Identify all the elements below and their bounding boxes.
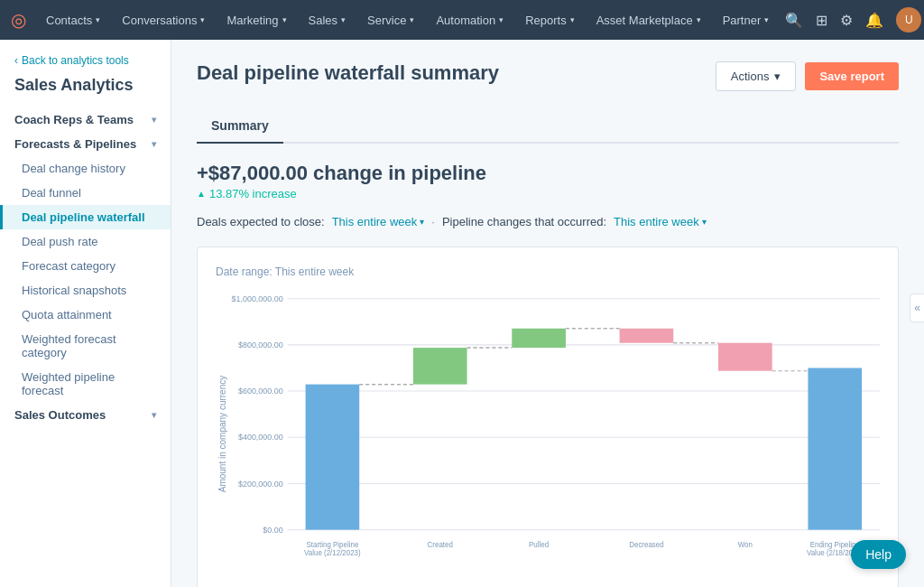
nav-conversations[interactable]: Conversations ▾ [113,0,214,40]
page-title: Deal pipeline waterfall summary [197,61,499,85]
chart-card: Date range: This entire week Amount in c… [197,247,899,587]
svg-text:Value (2/12/2023): Value (2/12/2023) [304,549,361,557]
y-axis-label: Amount in company currency [218,375,228,492]
header-actions: Actions ▾ Save report [716,61,899,91]
bar-created [413,348,467,385]
svg-text:$400,000.00: $400,000.00 [238,433,283,442]
main-content: Deal pipeline waterfall summary Actions … [171,40,924,587]
svg-text:$200,000.00: $200,000.00 [238,479,283,488]
nav-asset-marketplace[interactable]: Asset Marketplace ▾ [587,0,710,40]
actions-chevron-icon: ▾ [774,70,781,83]
filter-deals-dropdown[interactable]: This entire week ▾ [332,215,425,228]
svg-text:Won: Won [738,541,753,549]
user-avatar[interactable]: U [896,7,921,33]
increase-arrow-icon: ▲ [197,189,206,199]
filter-deals-chevron-icon: ▾ [420,217,424,227]
bar-pulled [512,329,566,348]
back-arrow-icon: ‹ [14,54,18,67]
nav-contacts[interactable]: Contacts ▾ [37,0,109,40]
top-navigation: ◎ Contacts ▾ Conversations ▾ Marketing ▾… [0,0,924,40]
sidebar: ‹ Back to analytics tools Sales Analytic… [0,40,171,587]
actions-button[interactable]: Actions ▾ [716,61,797,91]
svg-text:Pulled: Pulled [529,541,549,549]
bar-starting-pipeline [306,385,360,530]
nav-partner[interactable]: Partner ▾ [714,0,779,40]
chart-date-range: Date range: This entire week [216,266,880,278]
sidebar-item-historical-snapshots[interactable]: Historical snapshots [0,278,171,303]
tabs-bar: Summary [197,109,899,144]
sidebar-item-weighted-pipeline[interactable]: Weighted pipeline forecast [0,365,171,403]
search-icon[interactable]: 🔍 [785,12,803,29]
summary-stats: +$87,000.00 change in pipeline ▲ 13.87% … [197,162,899,200]
filter-pipeline-chevron-icon: ▾ [702,217,707,227]
save-report-button[interactable]: Save report [805,62,899,90]
svg-text:$600,000.00: $600,000.00 [238,387,283,396]
settings-icon[interactable]: ⚙ [840,12,853,29]
sidebar-item-deal-push-rate[interactable]: Deal push rate [0,229,171,254]
filter-row: Deals expected to close: This entire wee… [197,215,899,228]
nav-automation[interactable]: Automation ▾ [427,0,513,40]
bar-decreased [620,329,674,343]
nav-sales[interactable]: Sales ▾ [300,0,356,40]
sidebar-section-coach-reps[interactable]: Coach Reps & Teams ▾ [0,107,171,132]
sidebar-item-quota-attainment[interactable]: Quota attainment [0,303,171,327]
sidebar-section-forecasts[interactable]: Forecasts & Pipelines ▾ [0,132,171,156]
sidebar-collapse-button[interactable]: « [910,294,924,322]
stat-sub-value: ▲ 13.87% increase [197,187,899,200]
filter-pipeline-label: Pipeline changes that occurred: [442,215,606,228]
svg-text:Created: Created [428,541,454,549]
nav-marketing[interactable]: Marketing ▾ [217,0,295,40]
sidebar-section-sales-outcomes[interactable]: Sales Outcomes ▾ [0,403,171,427]
grid-icon[interactable]: ⊞ [816,12,827,29]
chevron-down-icon: ▾ [152,410,156,420]
page-header: Deal pipeline waterfall summary Actions … [197,61,899,91]
bar-ending-pipeline [808,368,862,529]
nav-service[interactable]: Service ▾ [358,0,423,40]
filter-separator: · [431,215,435,228]
chart-svg: $1,000,000.00 $800,000.00 $600,000.00 $4… [234,289,880,578]
svg-text:$0.00: $0.00 [263,526,282,535]
hubspot-logo[interactable]: ◎ [11,9,26,31]
back-link[interactable]: ‹ Back to analytics tools [0,54,171,76]
sidebar-title: Sales Analytics [0,76,171,107]
tab-summary[interactable]: Summary [197,109,283,144]
filter-deals-label: Deals expected to close: [197,215,325,228]
stat-main-value: +$87,000.00 change in pipeline [197,162,899,185]
sidebar-item-forecast-category[interactable]: Forecast category [0,254,171,278]
svg-text:$1,000,000.00: $1,000,000.00 [232,294,283,303]
notifications-icon[interactable]: 🔔 [865,12,883,29]
filter-pipeline-dropdown[interactable]: This entire week ▾ [614,215,707,228]
bar-won [718,343,772,371]
chevron-down-icon: ▾ [152,139,156,149]
svg-text:$800,000.00: $800,000.00 [238,340,283,349]
help-button[interactable]: Help [851,540,906,569]
sidebar-item-deal-change-history[interactable]: Deal change history [0,156,171,181]
svg-text:Starting Pipeline: Starting Pipeline [306,541,358,549]
chevron-down-icon: ▾ [152,115,156,125]
nav-reports[interactable]: Reports ▾ [516,0,584,40]
sidebar-item-weighted-forecast[interactable]: Weighted forecast category [0,327,171,365]
sidebar-item-deal-funnel[interactable]: Deal funnel [0,181,171,205]
sidebar-item-deal-pipeline-waterfall[interactable]: Deal pipeline waterfall [0,205,171,229]
svg-text:Decreased: Decreased [629,541,664,549]
